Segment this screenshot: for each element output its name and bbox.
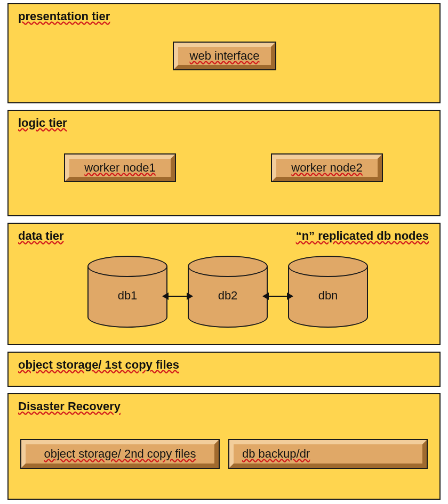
worker-node-2-label: worker node2: [291, 161, 362, 175]
data-tier-note: “n” replicated db nodes: [296, 229, 429, 243]
arrow-db1-db2: [167, 296, 188, 297]
worker-node-1: worker node1: [65, 155, 175, 181]
logic-tier: logic tier worker node1 worker node2: [7, 110, 441, 216]
db1-label: db1: [87, 289, 167, 303]
web-interface-label: web interface: [190, 49, 260, 63]
logic-tier-title: logic tier: [18, 116, 430, 130]
dbn-label: dbn: [288, 289, 368, 303]
disaster-recovery-tier: Disaster Recovery object storage/ 2nd co…: [7, 393, 441, 500]
disaster-recovery-title: Disaster Recovery: [18, 400, 430, 413]
web-interface-node: web interface: [174, 43, 275, 69]
second-copy-node: object storage/ 2nd copy files: [21, 440, 219, 468]
db-backup-label: db backup/dr: [242, 447, 310, 461]
worker-node-1-label: worker node1: [84, 161, 155, 175]
object-storage-tier: object storage/ 1st copy files: [7, 352, 441, 387]
presentation-tier-title: presentation tier: [18, 10, 430, 23]
architecture-diagram: presentation tier web interface logic ti…: [0, 0, 448, 504]
object-storage-title: object storage/ 1st copy files: [18, 358, 430, 372]
second-copy-label: object storage/ 2nd copy files: [44, 447, 196, 461]
db-backup-node: db backup/dr: [229, 440, 427, 468]
arrow-db2-dbn: [268, 296, 288, 297]
db2-label: db2: [188, 289, 268, 303]
db1-cylinder: db1: [87, 256, 167, 328]
data-tier: data tier “n” replicated db nodes db1 db…: [7, 223, 441, 345]
db2-cylinder: db2: [188, 256, 268, 328]
presentation-tier: presentation tier web interface: [7, 3, 441, 103]
dbn-cylinder: dbn: [288, 256, 368, 328]
worker-node-2: worker node2: [272, 155, 382, 181]
